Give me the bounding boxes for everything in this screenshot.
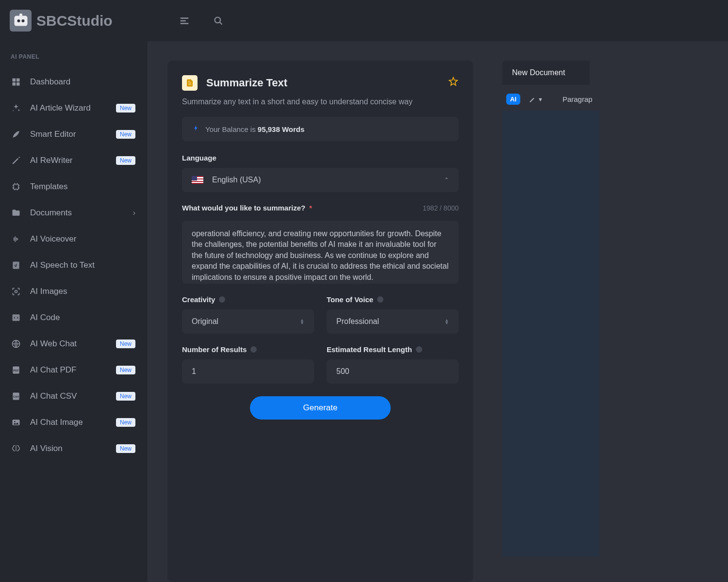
- language-select[interactable]: English (USA) ⌃: [182, 168, 459, 192]
- tone-value: Professional: [336, 317, 379, 326]
- creativity-select[interactable]: Original ▲▼: [182, 309, 314, 334]
- menu-toggle-button[interactable]: [177, 14, 192, 28]
- sidebar-item-rewriter[interactable]: AI ReWriter New: [5, 147, 143, 174]
- tone-select[interactable]: Professional ▲▼: [327, 309, 459, 334]
- chevron-up-icon: ⌃: [444, 177, 449, 183]
- info-icon[interactable]: [416, 346, 422, 353]
- search-button[interactable]: [211, 14, 226, 28]
- stepper-icon: ▲▼: [445, 319, 449, 324]
- info-icon[interactable]: [219, 296, 225, 303]
- paragraph-style-select[interactable]: Paragrap: [563, 95, 593, 103]
- sidebar-item-chat-image[interactable]: AI Chat Image New: [5, 409, 143, 436]
- svg-point-2: [21, 19, 24, 22]
- info-icon[interactable]: [377, 296, 383, 303]
- sidebar-item-templates[interactable]: Templates: [5, 174, 143, 200]
- info-icon[interactable]: [250, 346, 257, 353]
- favorite-button[interactable]: [448, 76, 459, 90]
- sparkle-icon: [11, 103, 21, 113]
- new-badge: New: [116, 156, 135, 165]
- chip-icon: [11, 181, 21, 192]
- svg-rect-5: [13, 79, 16, 82]
- svg-point-4: [215, 17, 221, 23]
- sidebar-item-label: AI Images: [30, 287, 135, 296]
- sidebar-item-web-chat[interactable]: AI Web Chat New: [5, 331, 143, 357]
- tone-label: Tone of Voice: [327, 295, 459, 304]
- globe-icon: [11, 339, 21, 349]
- language-label: Language: [182, 154, 459, 162]
- sidebar-item-article-wizard[interactable]: AI Article Wizard New: [5, 95, 143, 121]
- svg-rect-3: [19, 14, 22, 16]
- new-badge: New: [116, 418, 135, 427]
- stepper-icon: ▲▼: [300, 319, 304, 324]
- sidebar-item-label: Documents: [30, 208, 124, 218]
- results-input[interactable]: [182, 359, 314, 384]
- sidebar-item-chat-csv[interactable]: CSV AI Chat CSV New: [5, 383, 143, 409]
- magic-wand-button[interactable]: ▼: [528, 96, 543, 103]
- sidebar-item-label: AI Code: [30, 313, 135, 323]
- svg-rect-8: [17, 82, 20, 86]
- sidebar-item-label: AI Chat Image: [30, 418, 107, 427]
- prompt-textarea[interactable]: [182, 221, 459, 284]
- balance-strip: Your Balance is 95,938 Words: [182, 117, 459, 141]
- robot-icon: [10, 10, 32, 32]
- pdf-icon: PDF: [11, 365, 21, 375]
- new-badge: New: [116, 104, 135, 113]
- creativity-value: Original: [192, 317, 218, 326]
- brain-icon: [11, 443, 21, 454]
- bolt-icon: [193, 125, 199, 133]
- folder-icon: [11, 208, 21, 218]
- chevron-right-icon: ›: [133, 209, 135, 217]
- grid-icon: [11, 77, 21, 87]
- svg-text:PDF: PDF: [13, 369, 19, 372]
- length-input[interactable]: [327, 359, 459, 384]
- svg-point-19: [14, 421, 16, 422]
- sidebar-item-label: AI ReWriter: [30, 156, 107, 165]
- ai-badge[interactable]: AI: [506, 94, 520, 105]
- document-icon: [182, 75, 198, 91]
- sidebar-item-label: AI Article Wizard: [30, 103, 107, 113]
- generate-button[interactable]: Generate: [250, 396, 391, 420]
- svg-rect-10: [13, 262, 19, 269]
- content-area: Summarize Text Summarize any text in a s…: [148, 41, 728, 582]
- flag-us-icon: [192, 176, 203, 184]
- length-label: Estimated Result Length: [327, 345, 459, 354]
- sidebar-item-dashboard[interactable]: Dashboard: [5, 69, 143, 95]
- waveform-icon: [11, 234, 21, 244]
- summarize-card: Summarize Text Summarize any text in a s…: [167, 61, 473, 582]
- results-label: Number of Results: [182, 345, 314, 354]
- new-badge: New: [116, 130, 135, 139]
- pen-icon: [11, 155, 21, 166]
- sidebar-item-speech-to-text[interactable]: AI Speech to Text: [5, 252, 143, 278]
- editor-canvas[interactable]: [502, 111, 599, 557]
- sidebar-item-code[interactable]: AI Code: [5, 305, 143, 331]
- brand-logo[interactable]: SBCStudio: [10, 10, 148, 32]
- prompt-label: What would you like to summarize? *: [182, 204, 312, 212]
- sidebar-item-smart-editor[interactable]: Smart Editor New: [5, 121, 143, 147]
- sidebar-item-chat-pdf[interactable]: PDF AI Chat PDF New: [5, 357, 143, 383]
- sidebar-item-label: AI Chat CSV: [30, 391, 107, 401]
- editor-toolbar: AI ▼ Paragrap: [502, 94, 599, 105]
- svg-point-1: [17, 19, 20, 22]
- balance-text: Your Balance is 95,938 Words: [205, 125, 304, 133]
- camera-focus-icon: [11, 286, 21, 297]
- new-badge: New: [116, 340, 135, 348]
- page-subtitle: Summarize any text in a short and easy t…: [182, 97, 459, 106]
- sidebar-item-label: AI Chat PDF: [30, 365, 107, 375]
- sidebar-item-images[interactable]: AI Images: [5, 278, 143, 305]
- brand-name: SBCStudio: [36, 13, 113, 29]
- sidebar: AI PANEL Dashboard AI Article Wizard New…: [0, 41, 148, 582]
- document-tab[interactable]: New Document: [502, 61, 590, 85]
- music-file-icon: [11, 260, 21, 271]
- sidebar-item-voiceover[interactable]: AI Voiceover: [5, 226, 143, 252]
- page-title: Summarize Text: [206, 77, 439, 89]
- svg-rect-0: [14, 16, 27, 26]
- new-badge: New: [116, 366, 135, 374]
- sidebar-item-documents[interactable]: Documents ›: [5, 200, 143, 226]
- csv-icon: CSV: [11, 391, 21, 402]
- sidebar-item-label: AI Web Chat: [30, 339, 107, 349]
- sidebar-item-label: AI Voiceover: [30, 234, 135, 244]
- sidebar-section-title: AI PANEL: [5, 53, 143, 69]
- code-icon: [11, 312, 21, 323]
- sidebar-item-label: AI Vision: [30, 444, 107, 453]
- sidebar-item-vision[interactable]: AI Vision New: [5, 436, 143, 462]
